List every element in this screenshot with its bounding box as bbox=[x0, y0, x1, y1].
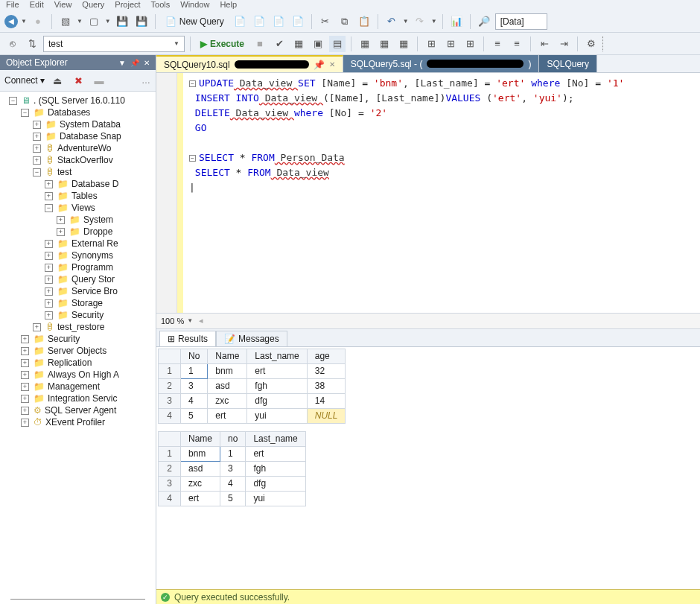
table-row[interactable]: 23asdfgh38 bbox=[159, 378, 346, 393]
menu-item[interactable]: Query bbox=[82, 0, 104, 9]
expand-icon[interactable]: + bbox=[33, 144, 41, 153]
table-row[interactable]: 3zxc4dfg bbox=[159, 476, 306, 491]
stop-icon[interactable]: ■ bbox=[252, 36, 268, 52]
pin-tab-icon[interactable]: 📌 bbox=[314, 60, 325, 70]
new-query-button[interactable]: 📄 New Query bbox=[161, 13, 229, 30]
cell[interactable]: 1 bbox=[220, 446, 246, 461]
expand-icon[interactable]: + bbox=[45, 276, 53, 284]
forward-button[interactable]: ● bbox=[30, 13, 46, 30]
column-header[interactable]: No bbox=[181, 349, 208, 363]
management-folder[interactable]: +📁Management bbox=[0, 381, 156, 392]
expand-icon[interactable]: − bbox=[33, 168, 41, 177]
paste-icon[interactable]: 📋 bbox=[356, 13, 372, 30]
cell[interactable]: asd bbox=[208, 378, 247, 393]
dropdown-icon[interactable]: ▼ bbox=[118, 59, 126, 67]
save-icon[interactable]: 💾 bbox=[114, 13, 130, 30]
expand-icon[interactable]: + bbox=[21, 335, 29, 343]
results-grid-2[interactable]: NamenoLast_name1bnm1ert2asd3fgh3zxc4dfg4… bbox=[158, 431, 306, 506]
expand-icon[interactable]: + bbox=[33, 323, 41, 331]
specify-values-icon[interactable]: ⚙ bbox=[583, 36, 599, 52]
table-row[interactable]: 2asd3fgh bbox=[159, 461, 306, 476]
expand-icon[interactable]: + bbox=[45, 240, 53, 248]
sql-editor[interactable]: −UPDATE Data_view SET [Name] = 'bnm', [L… bbox=[156, 73, 700, 313]
mdx-query-icon[interactable]: 📄 bbox=[232, 13, 248, 30]
intellisense-icon[interactable]: ▤ bbox=[329, 36, 346, 52]
results-grid-area[interactable]: NoNameLast_nameage11bnmert3223asdfgh3834… bbox=[156, 347, 700, 590]
database-diagrams[interactable]: +📁Database D bbox=[0, 178, 156, 190]
expand-icon[interactable]: − bbox=[45, 204, 53, 212]
results-grid-1[interactable]: NoNameLast_nameage11bnmert3223asdfgh3834… bbox=[158, 349, 346, 424]
security-folder[interactable]: +📁Security bbox=[0, 333, 156, 345]
expand-icon[interactable]: + bbox=[45, 192, 53, 200]
server-objects-folder[interactable]: +📁Server Objects bbox=[0, 345, 156, 357]
database-snapshots[interactable]: +📁Database Snap bbox=[0, 130, 156, 142]
menu-item[interactable]: Tools bbox=[151, 0, 171, 9]
table-row[interactable]: 1bnm1ert bbox=[159, 446, 306, 461]
cell[interactable]: 2 bbox=[159, 461, 181, 476]
integration-services-folder[interactable]: +📁Integration Servic bbox=[0, 392, 156, 404]
system-views[interactable]: +📁System bbox=[0, 214, 156, 226]
expand-icon[interactable]: + bbox=[21, 347, 29, 355]
menu-item[interactable]: Edit bbox=[30, 0, 44, 9]
cut-icon[interactable]: ✂ bbox=[317, 13, 334, 30]
object-tree[interactable]: −🖥. (SQL Server 16.0.110−📁Databases+📁Sys… bbox=[0, 92, 156, 594]
redo-icon[interactable]: ↷ bbox=[412, 13, 428, 30]
column-header[interactable]: no bbox=[220, 431, 246, 446]
cell[interactable]: yui bbox=[246, 491, 305, 506]
db-stackoverflow[interactable]: +🛢StackOverflov bbox=[0, 154, 156, 166]
tab-overflow[interactable]: SQLQuery bbox=[539, 55, 597, 72]
cell[interactable]: 3 bbox=[181, 378, 208, 393]
new-project-icon[interactable]: ▧ bbox=[57, 13, 74, 30]
cell[interactable]: ert bbox=[246, 446, 305, 461]
connect-button[interactable]: Connect ▾ bbox=[4, 75, 45, 86]
expand-icon[interactable]: + bbox=[45, 180, 53, 188]
expand-icon[interactable]: + bbox=[33, 156, 41, 165]
cell[interactable]: zxc bbox=[181, 476, 220, 491]
cell[interactable]: 4 bbox=[159, 408, 181, 423]
cell[interactable]: 32 bbox=[307, 363, 346, 378]
expand-icon[interactable]: + bbox=[45, 287, 53, 296]
open-icon[interactable]: ▢ bbox=[86, 13, 102, 30]
comment-icon[interactable]: ≡ bbox=[489, 36, 506, 52]
expand-icon[interactable]: + bbox=[21, 407, 29, 415]
collapse-icon[interactable]: − bbox=[189, 155, 196, 162]
undo-icon[interactable]: ↶ bbox=[384, 13, 400, 30]
expand-icon[interactable]: + bbox=[21, 395, 29, 403]
column-header[interactable] bbox=[159, 431, 181, 446]
cell[interactable]: zxc bbox=[208, 393, 247, 408]
menu-item[interactable]: Help bbox=[220, 0, 237, 9]
disconnect-icon[interactable]: ⏏ bbox=[49, 72, 66, 89]
cell[interactable]: 38 bbox=[307, 378, 346, 393]
cell[interactable]: 4 bbox=[220, 476, 246, 491]
menu-item[interactable]: View bbox=[54, 0, 72, 9]
cell[interactable]: asd bbox=[181, 461, 220, 476]
results-grid-icon[interactable]: ⊞ bbox=[442, 36, 459, 52]
cell[interactable]: ert bbox=[181, 491, 220, 506]
replication-folder[interactable]: +📁Replication bbox=[0, 357, 156, 369]
always-on-folder[interactable]: +📁Always On High A bbox=[0, 369, 156, 381]
results-text-icon[interactable]: ⊞ bbox=[423, 36, 439, 52]
db-test-restore[interactable]: +🛢test_restore bbox=[0, 321, 156, 333]
close-panel-icon[interactable]: ✕ bbox=[144, 59, 150, 67]
cell[interactable]: 14 bbox=[307, 393, 346, 408]
results-file-icon[interactable]: ⊞ bbox=[462, 36, 478, 52]
dropped-ledger[interactable]: +📁Droppe bbox=[0, 226, 156, 238]
cell[interactable]: bnm bbox=[208, 363, 247, 378]
expand-icon[interactable]: + bbox=[21, 419, 29, 427]
live-stats-icon[interactable]: ▦ bbox=[376, 36, 392, 52]
table-row[interactable]: 11bnmert32 bbox=[159, 363, 346, 378]
zoom-dropdown[interactable]: ▼ bbox=[187, 317, 193, 324]
client-stats-icon[interactable]: ▦ bbox=[395, 36, 412, 52]
parse-icon[interactable]: ✔ bbox=[271, 36, 287, 52]
splitter-grip-icon[interactable]: ◂ bbox=[199, 316, 203, 325]
cell[interactable]: 2 bbox=[159, 378, 181, 393]
cell[interactable]: 3 bbox=[159, 476, 181, 491]
external-resources[interactable]: +📁External Re bbox=[0, 238, 156, 249]
indent-icon[interactable]: ⇤ bbox=[536, 36, 553, 52]
expand-icon[interactable]: + bbox=[21, 371, 29, 379]
code-area[interactable]: −UPDATE Data_view SET [Name] = 'bnm', [L… bbox=[183, 73, 700, 313]
db-test[interactable]: −🛢test bbox=[0, 166, 156, 178]
cell[interactable]: dfg bbox=[246, 476, 305, 491]
menu-item[interactable]: Project bbox=[115, 0, 140, 9]
expand-icon[interactable]: + bbox=[33, 121, 41, 129]
